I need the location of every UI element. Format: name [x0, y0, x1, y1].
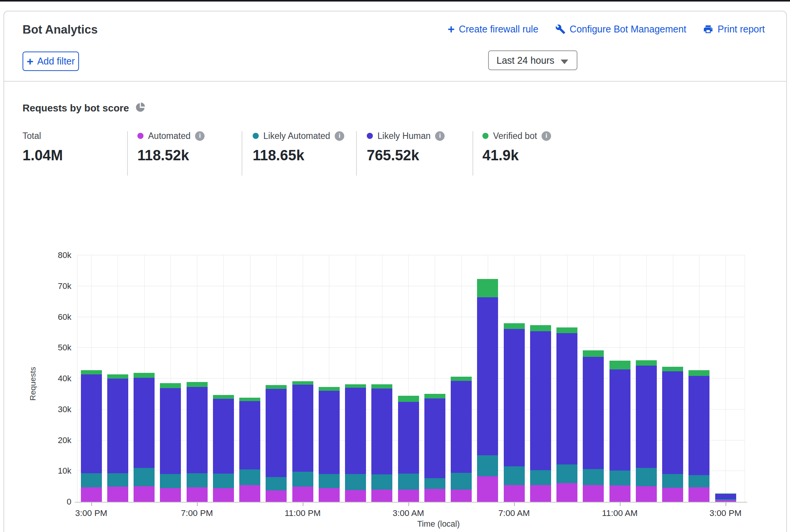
- segment-likely-automated[interactable]: [583, 469, 604, 485]
- segment-likely-human[interactable]: [292, 385, 313, 472]
- segment-likely-human[interactable]: [134, 378, 155, 468]
- segment-verified-bot[interactable]: [583, 350, 604, 357]
- segment-verified-bot[interactable]: [636, 360, 657, 366]
- bar-11:00-pm-8[interactable]: [292, 255, 313, 502]
- segment-likely-human[interactable]: [715, 494, 736, 499]
- segment-automated[interactable]: [504, 485, 525, 502]
- bar-1:00-pm-22[interactable]: [662, 255, 683, 502]
- bar-6:00-pm-3[interactable]: [160, 255, 181, 502]
- segment-likely-automated[interactable]: [160, 474, 181, 488]
- segment-likely-human[interactable]: [239, 401, 260, 469]
- segment-likely-automated[interactable]: [398, 474, 419, 490]
- add-filter-button[interactable]: + Add filter: [23, 52, 79, 71]
- segment-automated[interactable]: [187, 487, 208, 502]
- segment-verified-bot[interactable]: [81, 370, 102, 374]
- time-range-select[interactable]: Last 24 hours: [488, 50, 577, 70]
- configure-bot-management-link[interactable]: Configure Bot Management: [555, 24, 687, 35]
- segment-likely-human[interactable]: [583, 357, 604, 469]
- segment-automated[interactable]: [160, 488, 181, 502]
- segment-likely-automated[interactable]: [609, 471, 630, 485]
- segment-verified-bot[interactable]: [688, 370, 709, 376]
- segment-automated[interactable]: [81, 487, 102, 502]
- print-report-link[interactable]: Print report: [703, 24, 765, 35]
- segment-verified-bot[interactable]: [160, 383, 181, 388]
- segment-likely-human[interactable]: [688, 376, 709, 475]
- bar-3:00-am-12[interactable]: [398, 255, 419, 502]
- segment-verified-bot[interactable]: [424, 394, 445, 398]
- segment-verified-bot[interactable]: [530, 325, 551, 331]
- segment-automated[interactable]: [107, 487, 128, 502]
- segment-likely-automated[interactable]: [636, 468, 657, 486]
- info-icon[interactable]: i: [335, 131, 344, 141]
- bar-5:00-pm-2[interactable]: [134, 255, 155, 502]
- bar-11:00-am-20[interactable]: [609, 255, 630, 502]
- segment-likely-automated[interactable]: [81, 473, 102, 487]
- bar-4:00-am-13[interactable]: [424, 255, 445, 502]
- segment-automated[interactable]: [319, 488, 340, 502]
- bar-3:00-pm-24[interactable]: [715, 255, 736, 502]
- segment-likely-automated[interactable]: [187, 473, 208, 487]
- segment-likely-automated[interactable]: [371, 474, 392, 490]
- segment-verified-bot[interactable]: [319, 387, 340, 391]
- bar-10:00-pm-7[interactable]: [266, 255, 287, 502]
- segment-likely-automated[interactable]: [292, 472, 313, 487]
- segment-automated[interactable]: [371, 490, 392, 502]
- segment-likely-human[interactable]: [81, 374, 102, 474]
- segment-automated[interactable]: [266, 490, 287, 502]
- segment-likely-automated[interactable]: [107, 473, 128, 487]
- segment-likely-automated[interactable]: [715, 499, 736, 500]
- segment-likely-automated[interactable]: [239, 469, 260, 485]
- segment-verified-bot[interactable]: [715, 493, 736, 494]
- bar-9:00-pm-6[interactable]: [239, 255, 260, 502]
- create-firewall-rule-link[interactable]: + Create firewall rule: [448, 24, 538, 35]
- bar-6:00-am-15[interactable]: [477, 255, 498, 502]
- segment-verified-bot[interactable]: [477, 279, 498, 297]
- segment-automated[interactable]: [239, 485, 260, 502]
- bar-8:00-am-17[interactable]: [530, 255, 551, 502]
- segment-verified-bot[interactable]: [556, 327, 577, 333]
- plot-area[interactable]: [77, 255, 745, 502]
- bar-10:00-am-19[interactable]: [583, 255, 604, 502]
- segment-likely-automated[interactable]: [266, 477, 287, 490]
- segment-likely-human[interactable]: [371, 389, 392, 474]
- segment-automated[interactable]: [688, 487, 709, 502]
- segment-likely-automated[interactable]: [451, 473, 472, 490]
- info-icon[interactable]: i: [435, 131, 445, 141]
- segment-likely-automated[interactable]: [662, 474, 683, 488]
- segment-likely-human[interactable]: [556, 333, 577, 464]
- segment-automated[interactable]: [530, 485, 551, 502]
- info-icon[interactable]: i: [542, 131, 551, 141]
- segment-likely-human[interactable]: [504, 329, 525, 466]
- segment-verified-bot[interactable]: [398, 396, 419, 402]
- segment-likely-human[interactable]: [398, 402, 419, 473]
- bar-7:00-am-16[interactable]: [504, 255, 525, 502]
- segment-verified-bot[interactable]: [292, 381, 313, 385]
- segment-likely-human[interactable]: [662, 371, 683, 474]
- segment-verified-bot[interactable]: [662, 367, 683, 371]
- segment-verified-bot[interactable]: [371, 384, 392, 389]
- segment-likely-human[interactable]: [636, 366, 657, 468]
- segment-likely-automated[interactable]: [345, 474, 366, 490]
- segment-likely-human[interactable]: [266, 389, 287, 477]
- segment-automated[interactable]: [662, 488, 683, 502]
- segment-verified-bot[interactable]: [134, 373, 155, 378]
- bar-3:00-pm-0[interactable]: [81, 255, 102, 502]
- segment-likely-automated[interactable]: [477, 455, 498, 476]
- segment-likely-human[interactable]: [345, 388, 366, 474]
- segment-verified-bot[interactable]: [187, 382, 208, 387]
- segment-automated[interactable]: [477, 476, 498, 502]
- segment-automated[interactable]: [292, 487, 313, 502]
- bar-12:00-pm-21[interactable]: [636, 255, 657, 502]
- bar-12:00-am-9[interactable]: [319, 255, 340, 502]
- info-icon[interactable]: i: [195, 131, 205, 141]
- segment-automated[interactable]: [213, 488, 234, 502]
- segment-likely-human[interactable]: [424, 398, 445, 478]
- segment-likely-human[interactable]: [213, 399, 234, 473]
- bar-1:00-am-10[interactable]: [345, 255, 366, 502]
- segment-likely-human[interactable]: [160, 388, 181, 474]
- segment-likely-human[interactable]: [451, 381, 472, 473]
- segment-verified-bot[interactable]: [609, 361, 630, 369]
- segment-verified-bot[interactable]: [213, 395, 234, 399]
- segment-likely-automated[interactable]: [213, 474, 234, 488]
- segment-likely-human[interactable]: [107, 379, 128, 473]
